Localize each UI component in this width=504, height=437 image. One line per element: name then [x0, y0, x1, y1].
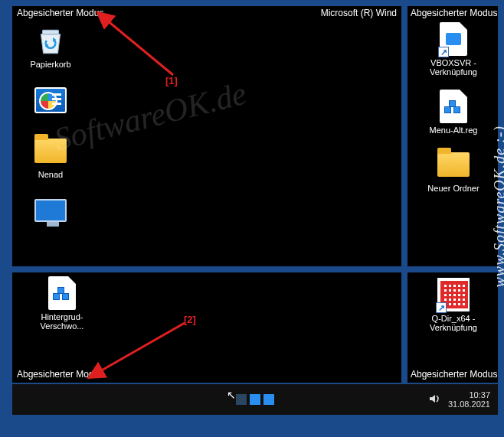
build-label: Microsoft (R) Wind [321, 8, 397, 18]
safe-mode-label-bottom-left: Abgesicherter Modus [17, 369, 103, 380]
neuer-ordner-label: Neuer Ordner [427, 184, 479, 193]
vboxsvr-label: VBOXSVR - Verknüpfung [424, 58, 483, 77]
control-panel[interactable] [20, 84, 81, 119]
qdir-shortcut[interactable]: ↗ Q-Dir_x64 - Verknüpfung [423, 279, 484, 332]
taskbar[interactable]: 10:37 31.08.2021 [12, 384, 498, 415]
desktop-panel-top-right: Abgesicherter Modus ↗ VBOXSVR - Verknüpf… [407, 6, 498, 266]
menu-alt-reg[interactable]: Menu-Alt.reg [423, 90, 484, 135]
taskbar-clock[interactable]: 10:37 31.08.2021 [448, 390, 490, 409]
control-panel-icon [34, 84, 67, 116]
reg-file-icon [437, 90, 470, 122]
taskbar-time: 10:37 [469, 390, 490, 399]
neuer-ordner[interactable]: Neuer Ordner [423, 148, 484, 193]
annotation-arrow-2 [93, 318, 192, 382]
svg-rect-0 [43, 30, 59, 34]
safe-mode-label-bottom-right: Abgesicherter Modus [411, 369, 497, 380]
side-watermark: www.SoftwareOK.de :-) [491, 46, 504, 367]
this-pc[interactable] [20, 194, 81, 230]
taskbar-center-tiles[interactable] [236, 394, 274, 405]
annotation-marker-2: [2] [184, 314, 196, 325]
qdir-icon: ↗ [437, 279, 470, 311]
system-tray[interactable]: 10:37 31.08.2021 [421, 390, 498, 409]
taskbar-date: 31.08.2021 [448, 399, 490, 409]
desktop-panel-top-left: Abgesicherter Modus Microsoft (R) Wind P… [12, 6, 401, 266]
vboxsvr-shortcut[interactable]: ↗ VBOXSVR - Verknüpfung [423, 23, 484, 77]
reg-file-icon [46, 277, 78, 309]
folder-icon [437, 148, 470, 181]
hintergrund-reg[interactable]: Hintergrud-Verschwo... [20, 277, 104, 331]
hintergrund-reg-label: Hintergrud-Verschwo... [20, 312, 104, 331]
qdir-label: Q-Dir_x64 - Verknüpfung [424, 314, 483, 332]
svg-line-1 [106, 20, 173, 75]
annotation-marker-1: [1] [165, 75, 178, 86]
recycle-bin-label: Papierkorb [30, 60, 70, 69]
speaker-icon[interactable] [428, 393, 440, 406]
monitor-icon [34, 194, 67, 227]
menu-alt-reg-label: Menu-Alt.reg [430, 126, 478, 135]
svg-line-2 [99, 323, 185, 372]
shortcut-file-icon: ↗ [437, 23, 470, 55]
safe-mode-label-top-left: Abgesicherter Modus [17, 8, 103, 18]
desktop-panel-bottom-left: Hintergrud-Verschwo... Abgesicherter Mod… [12, 272, 401, 383]
folder-icon [34, 135, 67, 167]
recycle-bin-icon [34, 24, 67, 57]
desktop-panel-bottom-right: ↗ Q-Dir_x64 - Verknüpfung Abgesicherter … [407, 272, 498, 383]
folder-nenad[interactable]: Nenad [20, 135, 81, 179]
safe-mode-label-top-right: Abgesicherter Modus [411, 8, 497, 18]
folder-nenad-label: Nenad [38, 170, 63, 179]
recycle-bin[interactable]: Papierkorb [20, 24, 81, 69]
